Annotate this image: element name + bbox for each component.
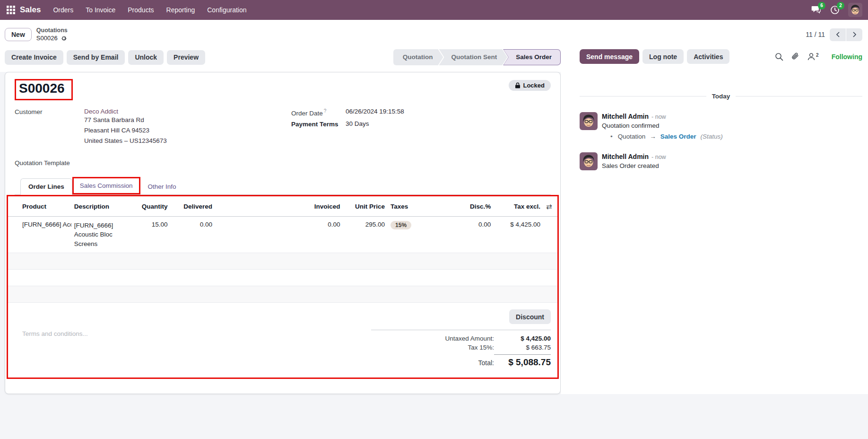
order-line-row[interactable]: [FURN_6666] Acou: [FURN_6666] Acoustic B… [8, 216, 557, 253]
col-taxes[interactable]: Taxes [388, 196, 419, 217]
totals-block: Untaxed Amount: $ 4,425.00 Tax 15%: $ 66… [371, 330, 551, 369]
col-tax-excl[interactable]: Tax excl. [494, 196, 543, 217]
paperclip-icon[interactable] [791, 53, 799, 61]
tab-order-lines[interactable]: Order Lines [20, 178, 72, 195]
message-avatar[interactable] [580, 152, 598, 170]
search-icon[interactable] [775, 53, 783, 61]
chevron-left-icon [835, 31, 841, 38]
message-avatar[interactable] [580, 112, 598, 130]
empty-row[interactable] [8, 286, 557, 303]
order-date-label: Order Date? [291, 108, 346, 117]
status-quotation[interactable]: Quotation [393, 49, 443, 65]
pager-next-button[interactable] [846, 28, 862, 41]
message-time: - now [651, 154, 666, 160]
order-date-value[interactable]: 06/26/2024 19:15:58 [346, 108, 404, 117]
send-by-email-button[interactable]: Send by Email [67, 50, 125, 65]
discount-button[interactable]: Discount [509, 309, 551, 324]
tax-value: $ 663.75 [494, 344, 551, 351]
line-quantity[interactable]: 15.00 [134, 216, 170, 253]
col-product[interactable]: Product [8, 196, 71, 217]
line-description[interactable]: [FURN_6666] Acoustic Bloc Screens [71, 216, 135, 253]
locked-badge: Locked [509, 80, 551, 91]
today-divider: Today [580, 93, 862, 100]
message-author[interactable]: Mitchell Admin [602, 113, 649, 120]
menu-configuration[interactable]: Configuration [207, 6, 246, 14]
line-tax-badge[interactable]: 15% [391, 221, 411, 229]
log-note-button[interactable]: Log note [642, 49, 684, 64]
status-sales-order[interactable]: Sales Order [503, 49, 561, 65]
tab-other-info[interactable]: Other Info [140, 179, 184, 194]
terms-and-conditions-field[interactable]: Terms and conditions... [22, 330, 88, 337]
new-button[interactable]: New [5, 28, 32, 41]
preview-button[interactable]: Preview [167, 50, 205, 65]
today-label: Today [712, 93, 730, 100]
col-delivered[interactable]: Delivered [170, 196, 215, 217]
total-label: Total: [478, 359, 494, 367]
status-quotation-sent[interactable]: Quotation Sent [439, 49, 507, 65]
payment-terms-value[interactable]: 30 Days [346, 120, 369, 128]
followers-button[interactable]: 2 [807, 53, 819, 61]
menu-orders[interactable]: Orders [53, 6, 73, 14]
user-avatar[interactable] [848, 3, 862, 17]
lock-icon [515, 82, 521, 88]
line-invoiced[interactable]: 0.00 [215, 216, 343, 253]
col-invoiced[interactable]: Invoiced [215, 196, 343, 217]
apps-grid-icon[interactable] [7, 6, 15, 14]
tab-sales-commission[interactable]: Sales Commission [72, 177, 140, 194]
empty-row[interactable] [8, 253, 557, 270]
status-bar: Quotation Quotation Sent Sales Order [393, 49, 561, 65]
menu-products[interactable]: Products [128, 6, 154, 14]
line-discount[interactable]: 0.00 [419, 216, 494, 253]
menu-to-invoice[interactable]: To Invoice [86, 6, 115, 14]
following-button[interactable]: Following [832, 53, 862, 61]
tracking-arrow-icon: → [650, 133, 656, 140]
send-message-button[interactable]: Send message [580, 49, 639, 64]
activities-clock[interactable]: 2 [829, 4, 841, 16]
table-header-row: Product Description Quantity Delivered I… [8, 196, 557, 217]
col-description[interactable]: Description [71, 196, 135, 217]
control-bar: Create Invoice Send by Email Unlock Prev… [0, 49, 868, 72]
chatter-message: Mitchell Admin - now Quotation confirmed… [580, 112, 862, 140]
customer-link[interactable]: Deco Addict [84, 108, 167, 115]
line-delivered[interactable]: 0.00 [170, 216, 215, 253]
chatter-panel: Today Mitchell Admin - now [561, 72, 868, 394]
col-quantity[interactable]: Quantity [134, 196, 170, 217]
pager-previous-button[interactable] [830, 28, 846, 41]
top-navbar: Sales Orders To Invoice Products Reporti… [0, 0, 868, 20]
notebook-tabs: Order Lines Sales Commission Other Info [15, 177, 551, 195]
messages-bell[interactable]: 6 [810, 4, 822, 16]
col-disc[interactable]: Disc.% [419, 196, 494, 217]
payment-terms-label: Payment Terms [291, 120, 346, 128]
record-pager-count: 11 / 11 [806, 31, 825, 38]
help-marker: ? [324, 108, 327, 114]
person-icon [807, 53, 816, 61]
col-unit-price[interactable]: Unit Price [343, 196, 388, 217]
tax-label: Tax 15%: [468, 344, 494, 351]
tracking-field-name: (Status) [701, 133, 723, 140]
line-product-link[interactable]: [FURN_6666] Acou: [8, 216, 71, 253]
order-lines-table: Product Description Quantity Delivered I… [8, 196, 557, 303]
chatter-message: Mitchell Admin - now Sales Order created [580, 152, 862, 170]
breadcrumb-quotations[interactable]: Quotations [36, 27, 68, 35]
menu-reporting[interactable]: Reporting [166, 6, 195, 14]
optional-columns-icon[interactable]: ⇄ [546, 202, 552, 211]
total-value: $ 5,088.75 [494, 354, 551, 368]
create-invoice-button[interactable]: Create Invoice [5, 50, 63, 65]
untaxed-amount-label: Untaxed Amount: [445, 335, 494, 342]
unlock-button[interactable]: Unlock [128, 50, 164, 65]
message-time: - now [651, 114, 666, 120]
app-name-sales[interactable]: Sales [20, 5, 41, 15]
line-unit-price[interactable]: 295.00 [343, 216, 388, 253]
order-lines-footer: Terms and conditions... Discount Untaxed… [8, 303, 557, 378]
message-author[interactable]: Mitchell Admin [602, 153, 649, 160]
order-title: S00026 [19, 81, 65, 96]
empty-row[interactable] [8, 270, 557, 286]
message-body: Sales Order created [602, 162, 666, 169]
quotation-template-label: Quotation Template [15, 159, 84, 167]
activities-button[interactable]: Activities [687, 49, 729, 64]
annotation-box-order-lines: Product Description Quantity Delivered I… [7, 195, 559, 379]
tracking-old-value: Quotation [618, 133, 646, 140]
form-sheet: S00026 Locked Customer Deco Addict 77 Sa… [5, 72, 561, 394]
gear-icon[interactable] [61, 35, 67, 42]
message-body: Quotation confirmed [602, 122, 723, 129]
